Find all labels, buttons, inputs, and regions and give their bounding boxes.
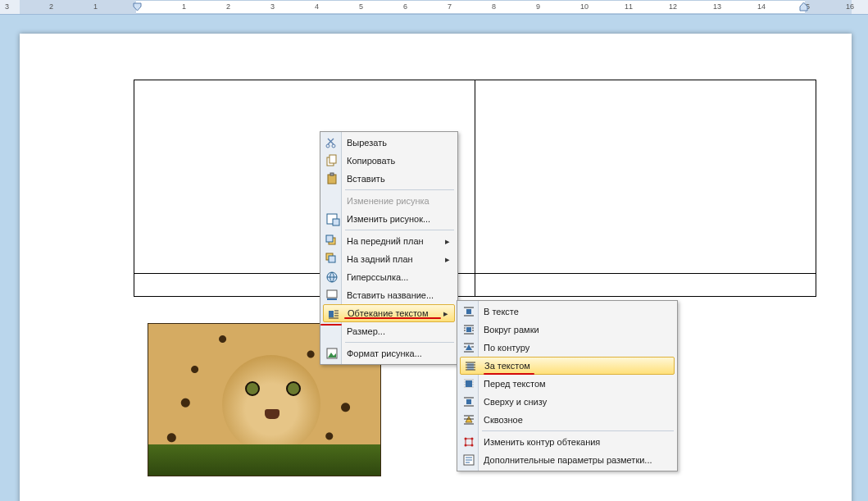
label: Сквозное xyxy=(484,415,523,425)
svg-rect-20 xyxy=(466,309,471,314)
menu-separator xyxy=(345,189,454,190)
menu-item-format-picture[interactable]: Формат рисунка... xyxy=(322,344,456,362)
label: Размер... xyxy=(347,326,385,336)
format-picture-icon xyxy=(325,347,339,360)
svg-point-29 xyxy=(471,438,474,440)
wrap-through[interactable]: Сквозное xyxy=(459,411,675,429)
svg-rect-15 xyxy=(327,290,337,298)
menu-item-send-back[interactable]: На задний план ▸ xyxy=(322,250,456,268)
svg-point-30 xyxy=(465,444,467,447)
svg-rect-11 xyxy=(326,235,333,242)
menu-item-insert-caption[interactable]: Вставить название... xyxy=(322,286,456,304)
wrap-front-text[interactable]: Перед текстом xyxy=(459,375,675,393)
label: Перед текстом xyxy=(484,379,546,389)
menu-separator xyxy=(345,342,454,343)
svg-rect-23 xyxy=(467,363,474,370)
svg-point-31 xyxy=(471,444,474,447)
svg-rect-17 xyxy=(329,311,334,317)
svg-point-3 xyxy=(332,144,335,148)
more-layout-icon xyxy=(462,453,475,467)
menu-item-hyperlink[interactable]: Гиперссылка... xyxy=(322,268,456,286)
label: Формат рисунка... xyxy=(347,348,422,358)
wrap-edit-points[interactable]: Изменить контур обтекания xyxy=(459,433,675,451)
text-wrapping-icon xyxy=(327,307,340,321)
label: Вставить название... xyxy=(347,290,434,300)
label: На задний план xyxy=(347,254,413,264)
wrap-behind-text[interactable]: За текстом xyxy=(460,357,675,375)
svg-rect-13 xyxy=(329,256,335,262)
label: На передний план xyxy=(347,236,424,246)
svg-rect-5 xyxy=(329,155,336,163)
right-indent-marker-icon[interactable] xyxy=(800,0,807,14)
wrap-tight[interactable]: По контуру xyxy=(459,339,675,357)
svg-rect-25 xyxy=(466,399,471,404)
ruler-track xyxy=(20,0,852,14)
ruler-number: 3 xyxy=(5,2,9,11)
menu-separator xyxy=(482,430,674,431)
wrap-front-icon xyxy=(462,377,475,390)
table-cell[interactable] xyxy=(475,274,816,297)
submenu-arrow-icon: ▸ xyxy=(444,250,451,268)
horizontal-ruler[interactable]: 3211234567891011121314151617 xyxy=(0,0,868,15)
table-cell[interactable] xyxy=(475,80,816,274)
submenu-arrow-icon: ▸ xyxy=(444,232,451,250)
ruler-margin-right xyxy=(805,0,852,14)
label: Копировать xyxy=(347,156,395,166)
wrap-square[interactable]: Вокруг рамки xyxy=(459,321,675,339)
label: Изменение рисунка xyxy=(347,196,429,206)
menu-item-text-wrapping[interactable]: Обтекание текстом ▸ xyxy=(323,304,455,322)
menu-item-size[interactable]: Размер... xyxy=(322,322,456,340)
word-viewport: 3211234567891011121314151617 xyxy=(0,0,868,501)
menu-item-change-picture[interactable]: Изменить рисунок... xyxy=(322,210,456,228)
scissors-icon xyxy=(325,136,339,149)
ruler-number: 16 xyxy=(846,2,854,11)
svg-rect-9 xyxy=(333,219,339,225)
ruler-number: 1 xyxy=(182,2,186,11)
label: Вокруг рамки xyxy=(484,325,539,335)
label: По контуру xyxy=(484,343,529,353)
label: Изменить контур обтекания xyxy=(484,437,600,447)
ruler-number: 13 xyxy=(713,2,721,11)
svg-rect-16 xyxy=(327,298,337,300)
annotation-underline xyxy=(344,317,441,319)
wrap-inline[interactable]: В тексте xyxy=(459,303,675,321)
svg-rect-27 xyxy=(466,439,472,445)
ruler-number: 2 xyxy=(226,2,230,11)
ruler-number: 5 xyxy=(359,2,363,11)
wrap-topbottom-icon xyxy=(462,395,475,408)
label: В тексте xyxy=(484,307,519,317)
caption-icon xyxy=(325,289,339,302)
svg-marker-22 xyxy=(466,344,472,350)
svg-rect-24 xyxy=(466,380,472,387)
menu-item-copy[interactable]: Копировать xyxy=(322,152,456,170)
ruler-number: 9 xyxy=(536,2,540,11)
wrap-top-bottom[interactable]: Сверху и снизу xyxy=(459,393,675,411)
menu-item-bring-front[interactable]: На передний план ▸ xyxy=(322,232,456,250)
label: Дополнительные параметры разметки... xyxy=(484,455,652,465)
menu-item-paste[interactable]: Вставить xyxy=(322,170,456,188)
menu-separator xyxy=(345,230,454,230)
paste-icon xyxy=(325,172,339,185)
indent-marker-icon[interactable] xyxy=(134,0,141,14)
ruler-number: 1 xyxy=(93,2,98,11)
svg-point-2 xyxy=(326,144,329,148)
ruler-number: 12 xyxy=(669,2,677,11)
annotation-underline xyxy=(484,373,534,375)
svg-marker-1 xyxy=(800,2,807,11)
label: Изменить рисунок... xyxy=(347,214,430,224)
ruler-number: 7 xyxy=(448,2,452,11)
ruler-number: 4 xyxy=(315,2,319,11)
text-wrapping-submenu: В тексте Вокруг рамки По контуру За текс… xyxy=(457,300,678,471)
annotation-underline xyxy=(320,324,342,326)
ruler-number: 10 xyxy=(580,2,589,11)
bring-front-icon xyxy=(325,235,339,248)
wrap-more-layout[interactable]: Дополнительные параметры разметки... xyxy=(459,451,675,469)
label: Гиперссылка... xyxy=(347,272,408,282)
ruler-number: 11 xyxy=(625,2,633,11)
ruler-number: 8 xyxy=(492,2,496,11)
ruler-margin-left xyxy=(20,0,136,14)
document-table[interactable] xyxy=(134,80,816,297)
ruler-number: 14 xyxy=(757,2,766,11)
menu-item-cut[interactable]: Вырезать xyxy=(322,134,456,152)
ruler-number: 2 xyxy=(49,2,53,11)
